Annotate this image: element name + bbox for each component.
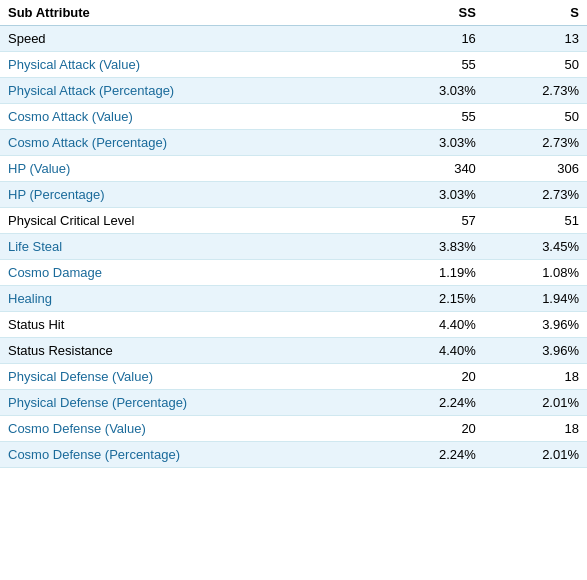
table-row: Physical Attack (Value)5550	[0, 52, 587, 78]
stats-table: Sub Attribute SS S Speed1613Physical Att…	[0, 0, 587, 468]
cell-label: Physical Defense (Value)	[0, 364, 381, 390]
cell-s: 2.73%	[484, 130, 587, 156]
cell-ss: 57	[381, 208, 484, 234]
table-header: Sub Attribute SS S	[0, 0, 587, 26]
cell-label: Cosmo Defense (Percentage)	[0, 442, 381, 468]
cell-ss: 3.03%	[381, 78, 484, 104]
cell-label: Speed	[0, 26, 381, 52]
table-row: Cosmo Defense (Percentage)2.24%2.01%	[0, 442, 587, 468]
cell-s: 2.73%	[484, 182, 587, 208]
table-row: Status Resistance4.40%3.96%	[0, 338, 587, 364]
col-header-sub-attribute: Sub Attribute	[0, 0, 381, 26]
cell-ss: 20	[381, 364, 484, 390]
cell-label: Cosmo Damage	[0, 260, 381, 286]
cell-ss: 3.03%	[381, 182, 484, 208]
cell-s: 2.01%	[484, 390, 587, 416]
cell-ss: 4.40%	[381, 312, 484, 338]
cell-ss: 340	[381, 156, 484, 182]
cell-label: Physical Defense (Percentage)	[0, 390, 381, 416]
cell-label: Cosmo Attack (Value)	[0, 104, 381, 130]
cell-ss: 3.03%	[381, 130, 484, 156]
cell-label: Cosmo Attack (Percentage)	[0, 130, 381, 156]
cell-s: 13	[484, 26, 587, 52]
cell-label: Cosmo Defense (Value)	[0, 416, 381, 442]
cell-s: 3.45%	[484, 234, 587, 260]
cell-ss: 55	[381, 104, 484, 130]
cell-ss: 2.24%	[381, 442, 484, 468]
cell-s: 2.73%	[484, 78, 587, 104]
table-row: Physical Attack (Percentage)3.03%2.73%	[0, 78, 587, 104]
cell-s: 2.01%	[484, 442, 587, 468]
table-row: Cosmo Defense (Value)2018	[0, 416, 587, 442]
cell-ss: 2.24%	[381, 390, 484, 416]
table-row: HP (Percentage)3.03%2.73%	[0, 182, 587, 208]
table-row: Cosmo Damage1.19%1.08%	[0, 260, 587, 286]
table-row: Cosmo Attack (Value)5550	[0, 104, 587, 130]
cell-ss: 2.15%	[381, 286, 484, 312]
cell-s: 1.94%	[484, 286, 587, 312]
cell-s: 1.08%	[484, 260, 587, 286]
cell-label: Physical Critical Level	[0, 208, 381, 234]
cell-ss: 3.83%	[381, 234, 484, 260]
cell-s: 306	[484, 156, 587, 182]
cell-s: 18	[484, 364, 587, 390]
cell-label: Status Resistance	[0, 338, 381, 364]
col-header-ss: SS	[381, 0, 484, 26]
cell-label: HP (Value)	[0, 156, 381, 182]
cell-s: 51	[484, 208, 587, 234]
table-row: Healing2.15%1.94%	[0, 286, 587, 312]
table-row: Life Steal3.83%3.45%	[0, 234, 587, 260]
table-row: Cosmo Attack (Percentage)3.03%2.73%	[0, 130, 587, 156]
table-row: Speed1613	[0, 26, 587, 52]
table-row: Physical Defense (Percentage)2.24%2.01%	[0, 390, 587, 416]
cell-ss: 4.40%	[381, 338, 484, 364]
table-row: Physical Defense (Value)2018	[0, 364, 587, 390]
table-row: Physical Critical Level5751	[0, 208, 587, 234]
cell-ss: 20	[381, 416, 484, 442]
table-row: HP (Value)340306	[0, 156, 587, 182]
cell-ss: 55	[381, 52, 484, 78]
col-header-s: S	[484, 0, 587, 26]
cell-label: HP (Percentage)	[0, 182, 381, 208]
cell-ss: 1.19%	[381, 260, 484, 286]
cell-label: Status Hit	[0, 312, 381, 338]
cell-ss: 16	[381, 26, 484, 52]
cell-label: Physical Attack (Value)	[0, 52, 381, 78]
cell-label: Life Steal	[0, 234, 381, 260]
cell-label: Healing	[0, 286, 381, 312]
table-row: Status Hit4.40%3.96%	[0, 312, 587, 338]
cell-s: 50	[484, 52, 587, 78]
cell-label: Physical Attack (Percentage)	[0, 78, 381, 104]
cell-s: 3.96%	[484, 338, 587, 364]
cell-s: 50	[484, 104, 587, 130]
cell-s: 18	[484, 416, 587, 442]
cell-s: 3.96%	[484, 312, 587, 338]
